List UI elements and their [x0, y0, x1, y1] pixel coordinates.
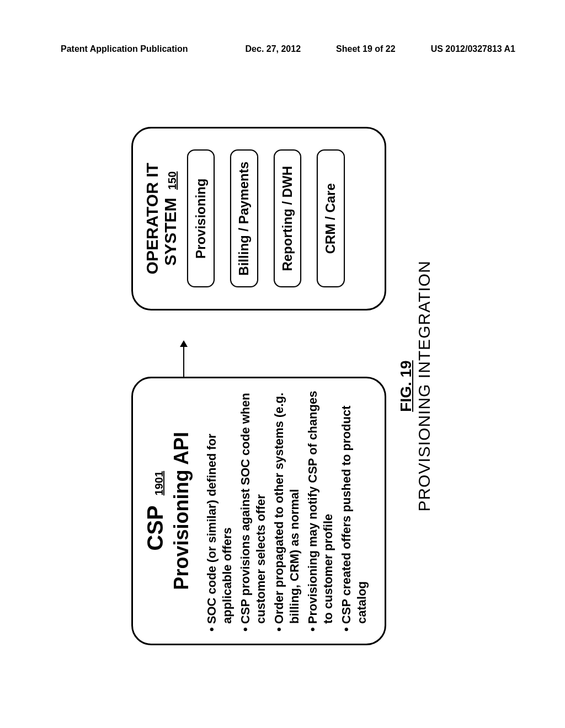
arrow-icon: [183, 341, 184, 377]
operator-panel: OPERATOR IT SYSTEM 150 Provisioning Bill…: [131, 127, 386, 311]
figure-caption: FIG. 19 PROVISIONING INTEGRATION: [397, 260, 434, 511]
bullet-text: SOC code (or similar) defined for applic…: [205, 433, 234, 624]
csp-refnum: 1901: [153, 471, 166, 496]
operator-title-line2: SYSTEM: [161, 197, 179, 265]
operator-box-billing: Billing / Payments: [230, 149, 258, 287]
bullet-item: • Provisioning may notify CSP of changes…: [305, 390, 335, 631]
bullet-text: Provisioning may notify CSP of changes t…: [306, 391, 335, 624]
bullet-item: • SOC code (or similar) defined for appl…: [204, 390, 234, 631]
figure-title: PROVISIONING INTEGRATION: [415, 260, 434, 511]
operator-refnum: 150: [166, 172, 178, 190]
bullet-text: CSP created offers pushed to product cat…: [339, 406, 369, 624]
page-header: Patent Application Publication Dec. 27, …: [61, 44, 515, 54]
header-pubno: US 2012/0327813 A1: [431, 44, 515, 54]
operator-title: OPERATOR IT SYSTEM 150: [143, 163, 179, 274]
diagram: CSP 1901 Provisioning API • SOC code (or…: [131, 127, 434, 645]
bullet-item: • CSP created offers pushed to product c…: [339, 390, 369, 631]
csp-bullets: • SOC code (or similar) defined for appl…: [201, 390, 369, 631]
operator-box-provisioning: Provisioning: [187, 149, 215, 287]
header-publication: Patent Application Publication: [61, 44, 188, 54]
csp-title: CSP: [143, 505, 168, 550]
operator-box-crm: CRM / Care: [317, 149, 344, 287]
operator-box-reporting: Reporting / DWH: [274, 149, 301, 287]
bullet-text: Order propagated to other systems (e.g. …: [272, 393, 301, 624]
header-sheet: Sheet 19 of 22: [336, 44, 396, 54]
csp-subtitle: Provisioning API: [170, 390, 193, 631]
diagram-rotated: CSP 1901 Provisioning API • SOC code (or…: [131, 127, 434, 645]
bullet-text: CSP provisions against SOC code when cus…: [238, 393, 268, 624]
operator-title-line1: OPERATOR IT: [143, 163, 161, 274]
csp-panel: CSP 1901 Provisioning API • SOC code (or…: [131, 377, 386, 645]
bullet-item: • Order propagated to other systems (e.g…: [271, 390, 302, 631]
bullet-item: • CSP provisions against SOC code when c…: [238, 390, 268, 631]
header-date: Dec. 27, 2012: [246, 44, 301, 54]
figure-number: FIG. 19: [397, 260, 415, 511]
